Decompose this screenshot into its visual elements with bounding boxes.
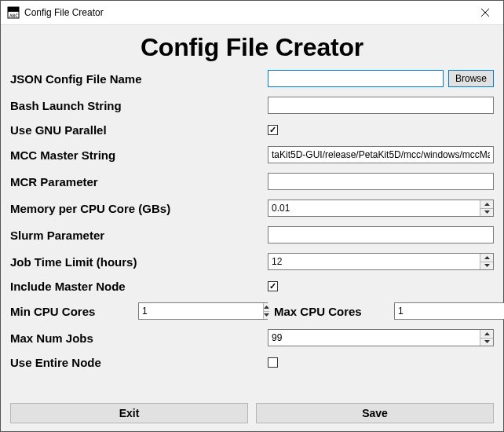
svg-marker-13 <box>484 332 490 335</box>
max-jobs-spin[interactable] <box>268 329 494 346</box>
svg-text:ABC: ABC <box>9 13 18 18</box>
row-mcc-master: MCC Master String <box>10 146 494 163</box>
label-use-entire-node: Use Entire Node <box>10 356 261 369</box>
svg-marker-9 <box>264 306 269 309</box>
label-json-file: JSON Config File Name <box>10 72 261 86</box>
svg-marker-6 <box>484 211 490 214</box>
max-cores-spin[interactable] <box>394 302 504 320</box>
window-title: Config File Creator <box>24 7 467 18</box>
row-mem-per-core: Memory per CPU Core (GBs) <box>10 200 494 217</box>
label-include-master: Include Master Node <box>10 280 261 293</box>
mcr-param-input[interactable] <box>268 173 494 190</box>
row-bash-launch: Bash Launch String <box>10 97 494 114</box>
label-min-cores: Min CPU Cores <box>10 305 132 318</box>
mem-per-core-input[interactable] <box>268 200 480 216</box>
min-cores-input[interactable] <box>139 303 263 319</box>
titlebar: ABC Config File Creator <box>1 1 503 25</box>
spin-up-icon[interactable] <box>480 254 493 262</box>
spin-up-icon[interactable] <box>480 330 493 339</box>
svg-marker-14 <box>484 340 490 343</box>
row-min-max-cores: Min CPU Cores Max CPU Cores <box>10 302 494 320</box>
form-rows: JSON Config File Name Browse Bash Launch… <box>10 70 494 394</box>
svg-rect-1 <box>8 7 19 12</box>
use-gnu-checkbox[interactable] <box>268 125 278 135</box>
spin-up-icon[interactable] <box>480 200 493 209</box>
spin-down-icon[interactable] <box>480 209 493 217</box>
svg-marker-7 <box>484 256 490 259</box>
close-icon <box>481 9 489 16</box>
svg-marker-8 <box>484 264 490 267</box>
row-use-gnu: Use GNU Parallel <box>10 123 494 137</box>
exit-button[interactable]: Exit <box>10 403 248 423</box>
svg-marker-10 <box>264 313 269 317</box>
label-slurm-param: Slurm Parameter <box>10 229 261 242</box>
bash-launch-input[interactable] <box>268 97 494 114</box>
footer-buttons: Exit Save <box>10 403 494 423</box>
row-json-file: JSON Config File Name Browse <box>10 70 494 87</box>
spin-down-icon[interactable] <box>480 339 493 346</box>
mem-per-core-spin[interactable] <box>268 200 494 217</box>
label-mcc-master: MCC Master String <box>10 148 261 162</box>
row-slurm-param: Slurm Parameter <box>10 226 494 243</box>
label-job-time: Job Time Limit (hours) <box>10 255 261 269</box>
close-button[interactable] <box>467 1 503 24</box>
include-master-checkbox[interactable] <box>268 281 278 291</box>
page-title: Config File Creator <box>10 33 494 62</box>
min-cores-spin[interactable] <box>138 302 268 320</box>
slurm-param-input[interactable] <box>268 226 494 243</box>
spin-up-icon[interactable] <box>264 303 269 312</box>
max-jobs-input[interactable] <box>268 330 480 346</box>
row-max-jobs: Max Num Jobs <box>10 329 494 346</box>
browse-button[interactable]: Browse <box>448 70 494 87</box>
spin-down-icon[interactable] <box>264 312 269 320</box>
row-use-entire-node: Use Entire Node <box>10 356 494 369</box>
app-window: ABC Config File Creator Config File Crea… <box>0 0 504 432</box>
job-time-input[interactable] <box>268 254 480 269</box>
label-max-cores: Max CPU Cores <box>274 305 388 318</box>
mcc-master-input[interactable] <box>268 146 494 163</box>
job-time-spin[interactable] <box>268 253 494 270</box>
label-mem-per-core: Memory per CPU Core (GBs) <box>10 202 261 215</box>
label-use-gnu: Use GNU Parallel <box>10 123 261 137</box>
spin-down-icon[interactable] <box>480 262 493 270</box>
save-button[interactable]: Save <box>256 403 494 423</box>
json-file-input[interactable] <box>268 70 444 87</box>
label-bash-launch: Bash Launch String <box>10 99 261 112</box>
max-cores-input[interactable] <box>395 303 504 319</box>
row-mcr-param: MCR Parameter <box>10 173 494 190</box>
svg-marker-5 <box>484 203 490 206</box>
label-max-jobs: Max Num Jobs <box>10 331 261 345</box>
row-job-time: Job Time Limit (hours) <box>10 253 494 270</box>
client-area: Config File Creator JSON Config File Nam… <box>1 25 503 431</box>
row-include-master: Include Master Node <box>10 280 494 293</box>
app-icon: ABC <box>7 6 20 19</box>
use-entire-node-checkbox[interactable] <box>268 357 278 368</box>
label-mcr-param: MCR Parameter <box>10 175 261 189</box>
